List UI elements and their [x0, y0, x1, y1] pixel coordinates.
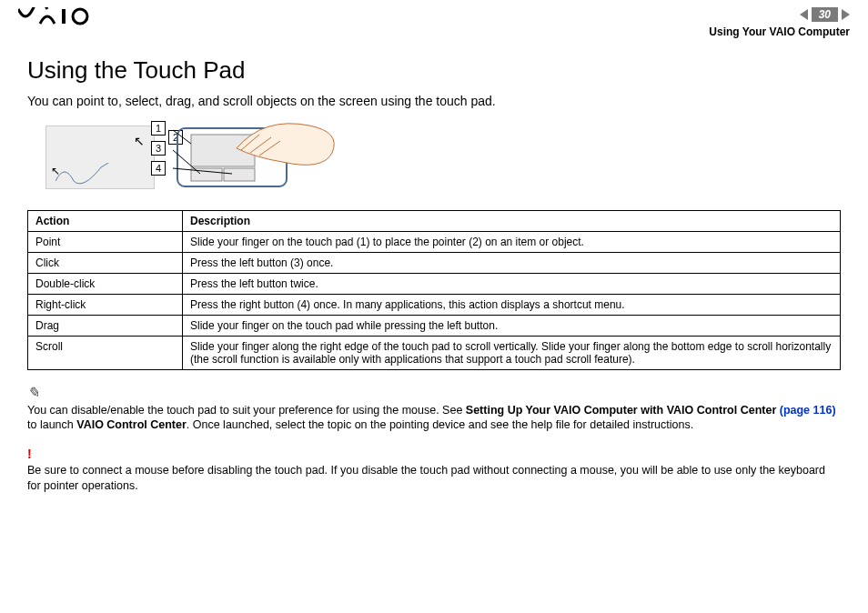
- page-title: Using the Touch Pad: [27, 56, 841, 85]
- page-number: 30: [812, 7, 838, 22]
- warning-icon: !: [27, 447, 32, 461]
- actions-table: Action Description PointSlide your finge…: [27, 210, 841, 370]
- table-row: Right-clickPress the right button (4) on…: [28, 295, 841, 316]
- touchpad-illustration: [173, 121, 346, 194]
- note-block: ✎ You can disable/enable the touch pad t…: [27, 383, 841, 433]
- table-header-description: Description: [183, 211, 841, 232]
- illustration-row: ↖ ↖ 2 1 3 4: [45, 121, 841, 194]
- warning-block: ! Be sure to connect a mouse before disa…: [27, 446, 841, 494]
- vaio-logo: [18, 7, 98, 29]
- page-ref-link[interactable]: (page 116): [780, 404, 836, 417]
- cursor-icon: ↖: [134, 134, 145, 148]
- note-link-label: Setting Up Your VAIO Computer with VAIO …: [466, 404, 776, 417]
- callout-3: 3: [151, 141, 166, 156]
- svg-rect-0: [62, 9, 66, 24]
- table-row: ClickPress the left button (3) once.: [28, 253, 841, 274]
- svg-rect-5: [224, 168, 255, 181]
- table-header-action: Action: [28, 211, 183, 232]
- table-row: ScrollSlide your finger along the right …: [28, 337, 841, 370]
- callout-1: 1: [151, 121, 166, 136]
- table-row: DragSlide your finger on the touch pad w…: [28, 316, 841, 337]
- next-page-button[interactable]: [842, 9, 850, 20]
- warning-text: Be sure to connect a mouse before disabl…: [27, 464, 825, 492]
- callout-4: 4: [151, 161, 166, 176]
- note-icon: ✎: [27, 385, 39, 400]
- prev-page-button[interactable]: [800, 9, 808, 20]
- svg-point-1: [73, 9, 87, 24]
- breadcrumb: Using Your VAIO Computer: [709, 25, 850, 38]
- cursor-start-icon: ↖: [51, 165, 60, 177]
- screen-illustration: ↖ ↖: [45, 126, 155, 189]
- table-row: Double-clickPress the left button twice.: [28, 274, 841, 295]
- svg-line-6: [173, 130, 191, 144]
- pointer-path-icon: [56, 163, 146, 190]
- intro-text: You can point to, select, drag, and scro…: [27, 94, 841, 108]
- table-row: PointSlide your finger on the touch pad …: [28, 232, 841, 253]
